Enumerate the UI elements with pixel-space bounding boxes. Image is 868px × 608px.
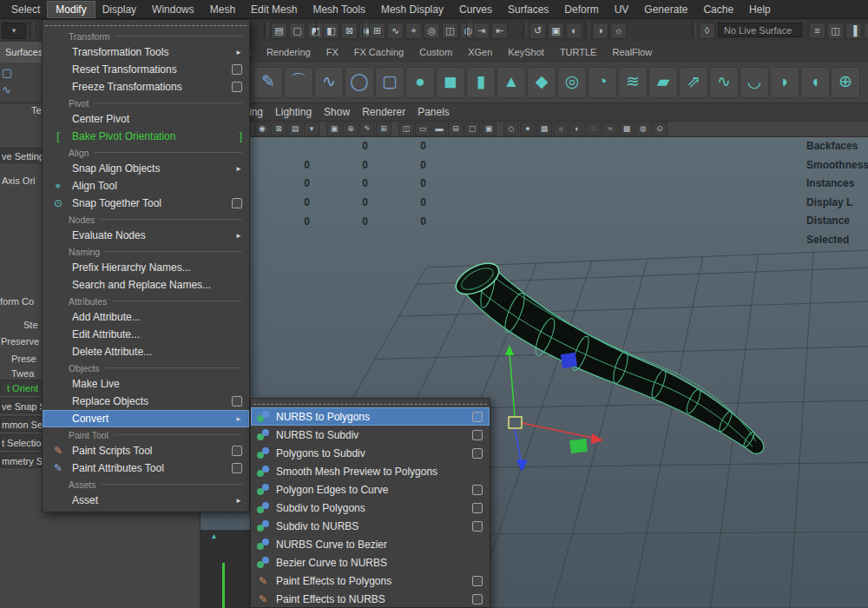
image-plane-icon[interactable]: ▣ — [326, 122, 342, 136]
snap-to-points-icon[interactable]: ⌖ — [405, 23, 422, 39]
menu-item-evaluate-nodes[interactable]: Evaluate Nodes► — [43, 227, 249, 244]
submenu-item-subdiv-to-nurbs[interactable]: Subdiv to NURBS — [251, 517, 490, 535]
manipulator-y-arrow-icon[interactable] — [505, 345, 514, 355]
menubar-item-select[interactable]: Select — [3, 2, 48, 17]
menu-item-replace-objects-optionbox[interactable] — [232, 396, 242, 406]
menubar-item-uv[interactable]: UV — [607, 2, 637, 17]
submenu-item-paint-effects-to-polygons[interactable]: ✎Paint Effects to Polygons — [251, 572, 490, 590]
menubar-item-surfaces[interactable]: Surfaces — [500, 2, 556, 17]
snap-to-projected-center-icon[interactable]: ◎ — [424, 23, 440, 39]
lock-selection-icon[interactable]: ⊠ — [341, 23, 358, 39]
outputs-from-selected-icon[interactable]: ⇤ — [491, 23, 508, 39]
nurbs-torus-icon[interactable]: ◎ — [557, 67, 587, 98]
nurbs-cube-icon[interactable]: ◼ — [436, 67, 465, 98]
manipulator-plane-handle-green[interactable] — [569, 439, 588, 453]
submenu-item-subdiv-to-polygons-optionbox[interactable] — [472, 503, 483, 513]
stitch-icon[interactable]: ⊕ — [831, 67, 860, 98]
submenu-item-nurbs-to-polygons-optionbox[interactable] — [472, 412, 483, 422]
pan-zoom-2d-icon[interactable]: ⊕ — [343, 122, 358, 136]
manipulator-x-axis[interactable] — [522, 423, 596, 439]
menubar-item-deform[interactable]: Deform — [556, 2, 606, 17]
select-camera-icon[interactable]: ◉ — [254, 122, 270, 136]
textured-mode-icon[interactable]: ▦ — [536, 122, 552, 136]
menu-item-add-attribute[interactable]: Add Attribute... — [43, 308, 249, 326]
open-render-view-icon[interactable]: ▣ — [548, 23, 564, 39]
manipulator-z-arrow-icon[interactable] — [516, 459, 528, 472]
menu-item-paint-scripts-tool-optionbox[interactable] — [232, 446, 242, 456]
menubar-item-cache[interactable]: Cache — [695, 2, 741, 17]
menu-item-freeze-transformations[interactable]: Freeze Transformations — [43, 78, 249, 96]
expand-statusline-icon[interactable]: ► — [864, 23, 868, 39]
shelf-tab-turtle[interactable]: TURTLE — [560, 47, 597, 57]
manipulator-center-handle[interactable] — [509, 417, 522, 428]
live-surface-field[interactable]: No Live Surface — [718, 23, 802, 37]
shelf-tab-realflow[interactable]: RealFlow — [612, 47, 652, 57]
nurbs-plane-icon[interactable]: ◆ — [527, 67, 556, 98]
revolve-icon[interactable]: ◔ — [588, 67, 617, 98]
lock-camera-icon[interactable]: ⊠ — [271, 122, 286, 136]
statusline-group-separator[interactable] — [466, 22, 470, 38]
bevel-icon[interactable]: ◗ — [770, 67, 799, 98]
menu-item-make-live[interactable]: Make Live — [43, 375, 249, 393]
menu-item-bake-pivot-orientation[interactable]: [Bake Pivot Orientation] — [43, 128, 249, 145]
sort-icon[interactable]: ≡ — [809, 23, 825, 39]
inputs-to-selected-icon[interactable]: ⇥ — [473, 23, 490, 39]
menubar-item-edit-mesh[interactable]: Edit Mesh — [243, 2, 305, 17]
nurbs-cylinder-icon[interactable]: ▮ — [466, 67, 496, 98]
menu-item-prefix-hierarchy-names[interactable]: Prefix Hierarchy Names... — [43, 259, 249, 276]
statusline-group-separator[interactable] — [362, 22, 366, 38]
menu-set-selector[interactable]: ▾ — [2, 23, 26, 39]
snap-to-curves-icon[interactable]: ∿ — [387, 23, 404, 39]
menu-item-snap-align-objects[interactable]: Snap Align Objects► — [43, 160, 249, 177]
shelf-tab-fx-caching[interactable]: FX Caching — [354, 47, 404, 57]
submenu-item-paint-effects-to-nurbs[interactable]: ✎Paint Effects to NURBS — [251, 590, 490, 608]
construction-history-icon[interactable]: ↺ — [529, 23, 546, 39]
snap-to-grids-icon[interactable]: ⊞ — [369, 23, 385, 39]
menubar-item-mesh-tools[interactable]: Mesh Tools — [305, 2, 372, 17]
gate-mask-icon[interactable]: ▬ — [431, 122, 447, 136]
extrude-icon[interactable]: ⇗ — [679, 67, 708, 98]
nurbs-sphere-icon[interactable]: ● — [405, 67, 435, 98]
ep-curve-tool-icon[interactable]: ⌒ — [284, 67, 313, 98]
submenu-item-nurbs-to-subdiv[interactable]: NURBS to Subdiv — [251, 426, 490, 444]
shelf-tab-xgen[interactable]: XGen — [468, 47, 492, 57]
ipr-render-icon[interactable]: ◑ — [592, 23, 608, 39]
statusline-group-separator[interactable] — [316, 22, 320, 38]
menu-item-delete-attribute[interactable]: Delete Attribute... — [43, 343, 249, 360]
nurbs-circle-icon[interactable]: ◯ — [345, 67, 374, 98]
manipulator-z-axis[interactable] — [515, 428, 521, 460]
loft-icon[interactable]: ≋ — [618, 67, 648, 98]
statusline-group-separator[interactable] — [264, 22, 268, 38]
live-surface-icon[interactable]: ◊ — [699, 23, 715, 39]
nurbs-tube-object[interactable] — [451, 257, 764, 453]
shelf-tab-rendering[interactable]: Rendering — [266, 47, 311, 57]
birail-icon[interactable]: ∿ — [709, 67, 739, 98]
manipulator-plane-handle-blue[interactable] — [561, 353, 577, 368]
use-all-lights-icon[interactable]: ☼ — [553, 122, 569, 136]
submenu-item-bezier-curve-to-nurbs[interactable]: Bezier Curve to NURBS — [251, 553, 490, 572]
panel-menu-renderer[interactable]: Renderer — [362, 106, 405, 118]
menu-item-reset-transformations-optionbox[interactable] — [232, 64, 242, 75]
submenu-item-polygons-to-subdiv[interactable]: Polygons to Subdiv — [251, 444, 490, 462]
panel-menu-panels[interactable]: Panels — [418, 106, 450, 118]
statusline-group-separator[interactable] — [585, 22, 589, 38]
statusline-group-separator[interactable] — [30, 22, 34, 38]
submenu-item-paint-effects-to-nurbs-optionbox[interactable] — [472, 594, 483, 605]
shaded-mode-icon[interactable]: ● — [520, 122, 536, 136]
statusline-group-separator[interactable] — [692, 22, 696, 38]
submenu-item-subdiv-to-nurbs-optionbox[interactable] — [472, 521, 483, 532]
resolution-gate-icon[interactable]: ▭ — [415, 122, 431, 136]
submenu-item-paint-effects-to-polygons-optionbox[interactable] — [472, 576, 483, 586]
statusline-group-separator[interactable] — [523, 22, 527, 38]
anti-aliasing-icon[interactable]: ▩ — [619, 122, 635, 136]
menubar-item-mesh[interactable]: Mesh — [202, 2, 243, 17]
menu-item-paint-scripts-tool[interactable]: ✎Paint Scripts Tool — [43, 442, 249, 459]
menu-item-snap-together-tool-optionbox[interactable] — [232, 198, 242, 208]
nurbs-square-icon[interactable]: ▢ — [2, 66, 12, 79]
planar-icon[interactable]: ▰ — [648, 67, 678, 98]
grid-icon[interactable]: ⊞ — [376, 122, 391, 136]
safe-title-icon[interactable]: ▣ — [481, 122, 496, 136]
panel-toggle-icon[interactable]: ◫ — [827, 23, 844, 39]
submenu-item-nurbs-to-polygons[interactable]: NURBS to Polygons — [251, 407, 490, 426]
menu-item-convert[interactable]: Convert► — [43, 410, 249, 427]
